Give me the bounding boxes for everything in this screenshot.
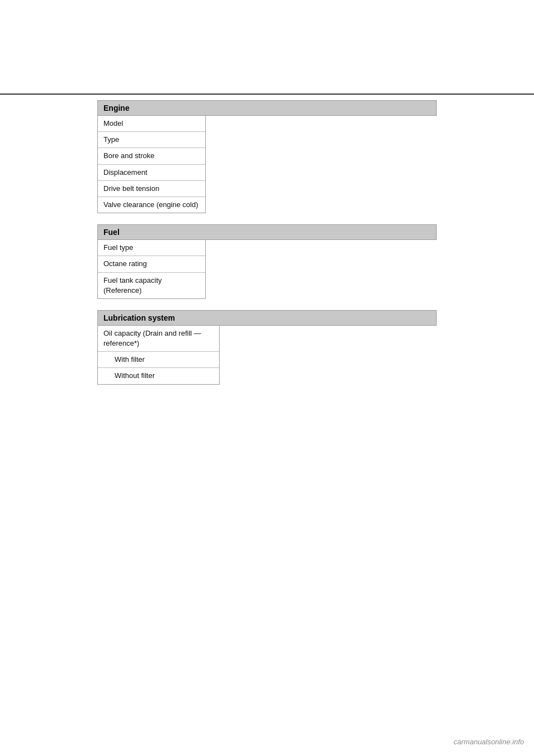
page: Engine Model Type Bore and stroke Displa… <box>0 0 534 756</box>
table-row: Model <box>98 116 205 132</box>
table-row: With filter <box>98 352 219 368</box>
table-row: Displacement <box>98 165 205 181</box>
fuel-section-header: Fuel <box>97 224 437 240</box>
fuel-section: Fuel Fuel type Octane rating Fuel tank c… <box>97 224 437 299</box>
table-row: Drive belt tension <box>98 181 205 197</box>
engine-section-header: Engine <box>97 100 437 116</box>
table-row: Type <box>98 132 205 148</box>
table-row: Fuel type <box>98 240 205 256</box>
lubrication-table: Oil capacity (Drain and refill — referen… <box>97 326 220 385</box>
horizontal-rule <box>0 94 534 95</box>
lubrication-section: Lubrication system Oil capacity (Drain a… <box>97 310 437 385</box>
table-row: Bore and stroke <box>98 148 205 164</box>
fuel-table: Fuel type Octane rating Fuel tank capaci… <box>97 240 206 299</box>
main-content: Engine Model Type Bore and stroke Displa… <box>97 100 437 396</box>
table-row: Valve clearance (engine cold) <box>98 197 205 213</box>
lubrication-section-header: Lubrication system <box>97 310 437 326</box>
table-row: Oil capacity (Drain and refill — referen… <box>98 326 219 352</box>
engine-table: Model Type Bore and stroke Displacement … <box>97 116 206 213</box>
watermark: carmanualsonline.info <box>454 738 524 746</box>
engine-section: Engine Model Type Bore and stroke Displa… <box>97 100 437 213</box>
table-row: Without filter <box>98 368 219 384</box>
table-row: Octane rating <box>98 256 205 272</box>
table-row: Fuel tank capacity (Reference) <box>98 273 205 298</box>
